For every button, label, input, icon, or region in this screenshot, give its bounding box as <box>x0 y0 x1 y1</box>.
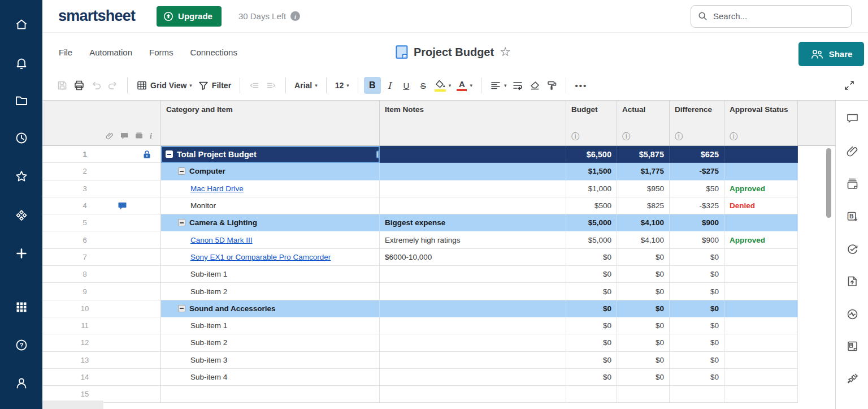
favorite-star-icon[interactable]: ☆ <box>500 45 511 59</box>
cell-actual[interactable]: $1,775 <box>617 163 670 180</box>
cell-budget[interactable]: $0 <box>566 300 617 317</box>
trial-info-icon[interactable]: i <box>290 11 300 21</box>
cell-actual[interactable]: $5,875 <box>617 146 670 163</box>
fill-color-button[interactable]: ▾ <box>432 77 454 94</box>
wrap-text-button[interactable] <box>509 77 526 94</box>
cell-actual[interactable]: $0 <box>617 283 670 300</box>
update-requests-icon[interactable] <box>846 243 859 256</box>
cell-budget[interactable]: $5,000 <box>566 214 617 231</box>
row-gutter[interactable]: 8 <box>42 266 161 283</box>
cell-budget[interactable]: $1,500 <box>566 163 617 180</box>
cell-difference[interactable]: $0 <box>670 300 724 317</box>
row-gutter[interactable]: 9 <box>42 283 161 300</box>
cell-approval-status[interactable] <box>724 283 798 300</box>
cell-difference[interactable]: -$325 <box>670 197 724 214</box>
cell-notes[interactable] <box>380 352 566 369</box>
create-plus-icon[interactable] <box>14 246 29 261</box>
attachments-icon[interactable] <box>846 145 859 158</box>
attachment-column-icon[interactable] <box>106 132 114 140</box>
cell-category[interactable]: Monitor <box>161 197 380 214</box>
bold-button[interactable]: B <box>364 77 381 94</box>
cell-category[interactable]: Mac Hard Drive <box>161 180 380 197</box>
publish-icon[interactable] <box>846 275 859 288</box>
cell-notes[interactable] <box>380 163 566 180</box>
cell-actual[interactable]: $0 <box>617 334 670 351</box>
outdent-button[interactable] <box>246 77 263 94</box>
more-options-button[interactable]: ••• <box>572 77 590 94</box>
row-number[interactable]: 14 <box>42 373 127 381</box>
row-gutter[interactable]: 5 <box>42 214 161 231</box>
strikethrough-button[interactable]: S <box>415 77 432 94</box>
cell-budget[interactable]: $0 <box>566 369 617 386</box>
row-number[interactable]: 6 <box>42 236 127 244</box>
row-gutter[interactable]: 12 <box>42 334 161 351</box>
cell-category[interactable]: Sound and Accessories <box>161 300 380 317</box>
cell-notes[interactable] <box>380 317 566 334</box>
menu-connections[interactable]: Connections <box>182 43 246 62</box>
save-button[interactable] <box>54 77 71 94</box>
row-info-column-icon[interactable]: i <box>150 131 152 141</box>
conversations-icon[interactable] <box>846 112 859 125</box>
cell-difference[interactable]: $0 <box>670 283 724 300</box>
row-gutter[interactable]: 7 <box>42 249 161 266</box>
cell-approval-status[interactable] <box>724 317 798 334</box>
cell-budget[interactable] <box>566 386 617 403</box>
cell-category[interactable]: Sub-item 3 <box>161 352 380 369</box>
print-button[interactable] <box>71 77 88 94</box>
row-number[interactable]: 11 <box>42 321 127 330</box>
cell-notes[interactable] <box>380 369 566 386</box>
cell-difference[interactable]: $0 <box>670 352 724 369</box>
font-family-selector[interactable]: Arial ▾ <box>292 77 320 94</box>
row-gutter[interactable]: 4 <box>42 197 161 214</box>
cell-actual[interactable]: $0 <box>617 369 670 386</box>
cell-actual[interactable] <box>617 386 670 403</box>
cell-category[interactable]: Total Project Budget <box>161 146 380 163</box>
cell-approval-status[interactable]: Approved <box>724 231 798 248</box>
row-number[interactable]: 5 <box>42 218 127 227</box>
favorites-star-icon[interactable] <box>14 169 29 184</box>
cell-approval-status[interactable] <box>724 369 798 386</box>
cell-approval-status[interactable] <box>724 386 798 403</box>
cell-difference[interactable]: $900 <box>670 214 724 231</box>
cell-difference[interactable]: $50 <box>670 180 724 197</box>
browse-folder-icon[interactable] <box>14 93 29 108</box>
column-header-notes[interactable]: Item Notes <box>380 101 566 145</box>
column-header-category[interactable]: Category and Item <box>161 101 380 145</box>
fullscreen-expand-icon[interactable] <box>841 77 858 94</box>
column-header-actual[interactable]: Actualⓘ <box>617 101 670 145</box>
cell-category[interactable]: Sub-item 1 <box>161 266 380 283</box>
row-gutter[interactable]: 1 <box>42 146 161 163</box>
row-number[interactable]: 12 <box>42 338 127 347</box>
row-number[interactable]: 15 <box>42 390 127 398</box>
redo-button[interactable] <box>105 77 121 94</box>
cell-difference[interactable]: $0 <box>670 266 724 283</box>
connections-plug-icon[interactable] <box>846 372 859 385</box>
row-number[interactable]: 13 <box>42 356 127 364</box>
upgrade-button[interactable]: Upgrade <box>157 6 222 27</box>
cell-approval-status[interactable] <box>724 214 798 231</box>
cell-actual[interactable]: $0 <box>617 266 670 283</box>
align-button[interactable]: ▾ <box>487 77 510 94</box>
cell-category[interactable]: Sony EX1 or Comparable Pro Camcorder <box>161 249 380 266</box>
cell-difference[interactable]: $0 <box>670 334 724 351</box>
cell-difference[interactable]: $625 <box>670 146 724 163</box>
item-link[interactable]: Canon 5D Mark III <box>190 236 253 244</box>
cell-notes[interactable] <box>380 300 566 317</box>
info-icon[interactable]: ⓘ <box>675 132 683 142</box>
cell-category[interactable]: Sub-item 1 <box>161 317 380 334</box>
cell-actual[interactable]: $4,100 <box>617 231 670 248</box>
cell-budget[interactable]: $0 <box>566 317 617 334</box>
undo-button[interactable] <box>88 77 105 94</box>
brandfolder-icon[interactable]: B <box>846 210 859 223</box>
app-launcher-icon[interactable] <box>14 300 29 315</box>
cell-budget[interactable]: $0 <box>566 283 617 300</box>
collapse-toggle-icon[interactable] <box>178 219 185 226</box>
cell-approval-status[interactable] <box>724 352 798 369</box>
recents-clock-icon[interactable] <box>14 131 29 145</box>
cell-approval-status[interactable] <box>724 163 798 180</box>
search-input[interactable] <box>713 11 844 21</box>
cell-notes[interactable]: Extremely high ratings <box>380 231 566 248</box>
cell-difference[interactable]: $0 <box>670 369 724 386</box>
format-painter-button[interactable] <box>543 77 560 94</box>
cell-approval-status[interactable]: Denied <box>724 197 798 214</box>
